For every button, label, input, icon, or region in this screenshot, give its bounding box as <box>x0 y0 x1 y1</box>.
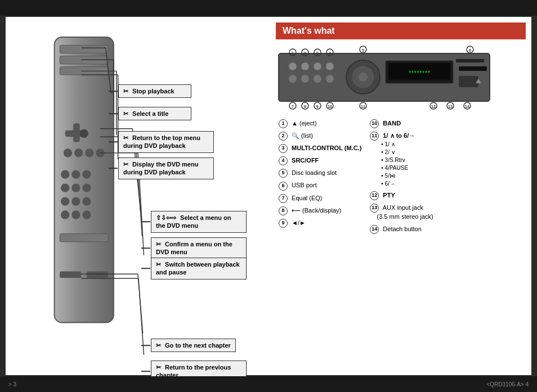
page-num-right: <QRD3106-A> 4 <box>487 381 529 388</box>
svg-point-17 <box>61 197 69 205</box>
svg-text:10: 10 <box>328 105 332 109</box>
svg-text:2: 2 <box>304 51 306 55</box>
svg-rect-0 <box>55 37 114 322</box>
svg-point-57 <box>359 73 368 82</box>
feature-1: 1 ▲ (eject) <box>279 119 361 128</box>
callout-select-title: ✂ Select a title <box>118 107 191 120</box>
svg-point-50 <box>326 62 334 70</box>
callout-stop-playback: ✂ Stop playback <box>118 84 191 98</box>
svg-text:12: 12 <box>431 105 436 109</box>
feature-9: 9 ◄/► <box>279 219 361 228</box>
svg-text:8: 8 <box>304 105 306 109</box>
panel-header: What's what <box>276 22 526 39</box>
svg-point-6 <box>80 129 88 138</box>
svg-rect-1 <box>60 45 108 53</box>
arrow-icon: ⇧⇩⇦⇨ <box>156 214 176 221</box>
svg-text:3: 3 <box>316 51 319 55</box>
feature-3: 3 MULTI-CONTROL (M.C.) <box>279 144 361 153</box>
scissor-icon-4: ✂ <box>123 161 128 168</box>
callout-return-top-menu: ✂ Return to the top menu during DVD play… <box>118 131 214 153</box>
connector-lines <box>11 22 265 370</box>
svg-text:9: 9 <box>316 105 319 109</box>
scissor-icon: ✂ <box>123 88 128 94</box>
right-panel: What's what <box>270 17 531 375</box>
callout-display-dvd-menu: ✂ Display the DVD menu during DVD playba… <box>118 157 214 179</box>
confirm-icon: ✂ <box>156 241 161 247</box>
svg-point-11 <box>61 170 69 179</box>
svg-point-9 <box>85 148 93 157</box>
svg-text:11: 11 <box>361 105 365 109</box>
svg-rect-23 <box>60 234 108 242</box>
page-num-left: > 3 <box>8 381 16 388</box>
svg-point-48 <box>301 62 309 70</box>
svg-rect-61 <box>456 59 484 62</box>
remote-area: ✂ Stop playback ✂ Select a title ✂ Retur… <box>11 22 265 370</box>
svg-text:14: 14 <box>465 105 469 109</box>
play-icon: ✂ <box>156 261 161 268</box>
features-section: 1 ▲ (eject) 2 🔍 (list) 3 MULTI-CONTROL (… <box>279 119 526 237</box>
svg-line-44 <box>138 278 144 355</box>
svg-point-8 <box>74 148 83 157</box>
feature-10: 10 BAND <box>370 119 433 128</box>
svg-rect-4 <box>73 123 79 142</box>
svg-point-47 <box>289 62 297 70</box>
svg-rect-25 <box>87 272 108 278</box>
svg-point-15 <box>71 183 80 192</box>
svg-point-16 <box>82 183 91 192</box>
feature-6: 6 USB port <box>279 181 361 190</box>
features-col-left: 1 ▲ (eject) 2 🔍 (list) 3 MULTI-CONTROL (… <box>279 119 361 237</box>
feature-12: 12 PTY <box>370 191 433 200</box>
svg-point-21 <box>71 210 80 219</box>
svg-point-13 <box>82 170 91 179</box>
svg-rect-24 <box>60 272 81 278</box>
feature-8: 8 ⟵ (Back/display) <box>279 206 361 215</box>
callout-select-menu: ⇧⇩⇦⇨ Select a menu on the DVD menu <box>151 211 247 233</box>
svg-text:7: 7 <box>292 105 294 109</box>
svg-rect-62 <box>459 66 487 71</box>
bottom-bar: > 3 <QRD3106-A> 4 <box>0 376 537 392</box>
main-content: ✂ Stop playback ✂ Select a title ✂ Retur… <box>6 17 531 375</box>
svg-point-18 <box>71 197 80 205</box>
svg-rect-5 <box>65 130 87 137</box>
svg-point-19 <box>82 197 91 205</box>
prev-icon: ✂ <box>156 364 161 371</box>
svg-line-42 <box>138 274 143 333</box>
svg-text:●●●●●●●●: ●●●●●●●● <box>409 69 431 74</box>
callout-switch-playback: ✂ Switch between playback and pause <box>151 258 247 280</box>
svg-point-20 <box>61 210 69 219</box>
feature-14: 14 Detach button <box>370 225 433 234</box>
callout-go-next-chapter: ✂ Go to the next chapter <box>151 339 236 352</box>
svg-point-7 <box>64 148 72 157</box>
feature-11: 11 1/ ∧ to 6/→ • 1/ ∧ • 2/ ∨ • 3/S.Rtrv … <box>370 132 433 188</box>
svg-text:13: 13 <box>448 105 453 109</box>
svg-rect-3 <box>60 67 108 75</box>
scissor-icon-2: ✂ <box>123 110 128 117</box>
svg-text:6: 6 <box>469 48 471 52</box>
svg-point-54 <box>326 75 334 83</box>
svg-text:5: 5 <box>362 48 364 52</box>
features-col-right: 10 BAND 11 1/ ∧ to 6/→ • 1/ ∧ • 2/ ∨ • 3… <box>370 119 433 237</box>
svg-rect-63 <box>459 76 478 87</box>
svg-line-27 <box>106 48 111 92</box>
feature-13: 13 AUX input jack (3.5 mm stereo jack) <box>370 204 433 221</box>
next-icon: ✂ <box>156 342 161 349</box>
scissor-icon-3: ✂ <box>123 134 128 141</box>
top-bar <box>0 0 537 16</box>
svg-point-51 <box>289 75 297 83</box>
svg-text:1: 1 <box>292 51 294 55</box>
svg-point-10 <box>96 148 104 157</box>
device-diagram: ●●●●●●●● 1 2 3 <box>276 45 495 112</box>
svg-point-14 <box>61 183 69 192</box>
svg-rect-2 <box>60 56 108 64</box>
svg-point-12 <box>71 170 80 179</box>
svg-text:4: 4 <box>329 51 331 55</box>
feature-4: 4 SRC/OFF <box>279 156 361 165</box>
svg-point-52 <box>301 75 309 83</box>
svg-point-22 <box>82 210 91 219</box>
svg-point-53 <box>314 75 321 83</box>
svg-point-49 <box>314 62 321 70</box>
callout-confirm-menu: ✂ Confirm a menu on the DVD menu <box>151 237 247 259</box>
feature-7: 7 Equal (EQ) <box>279 194 361 203</box>
feature-5: 5 Disc loading slot <box>279 169 361 178</box>
feature-2: 2 🔍 (list) <box>279 132 361 141</box>
